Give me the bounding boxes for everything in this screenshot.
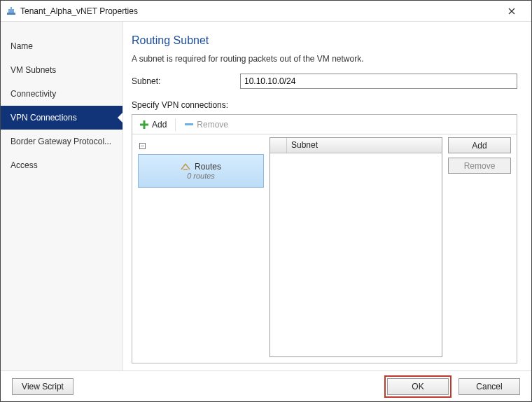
page-heading: Routing Subnet: [132, 34, 517, 47]
svg-rect-1: [8, 9, 14, 13]
ok-button[interactable]: OK: [387, 378, 449, 395]
specify-label: Specify VPN connections:: [132, 100, 517, 110]
panel-body: − Routes 0 routes S: [132, 134, 517, 363]
toolbar-remove-button[interactable]: Remove: [181, 118, 231, 131]
tree-item-routes[interactable]: Routes 0 routes: [138, 154, 264, 188]
plus-icon: [139, 120, 149, 130]
app-icon: [6, 6, 16, 16]
subnet-input[interactable]: [240, 74, 517, 89]
grid-buttons: Add Remove: [448, 137, 511, 357]
toolbar-separator: [175, 118, 176, 131]
svg-line-8: [181, 164, 186, 169]
sidebar-item-vm-subnets[interactable]: VM Subnets: [1, 58, 122, 82]
svg-rect-2: [10, 7, 12, 9]
routes-label: Routes: [195, 162, 221, 172]
connection-tree: − Routes 0 routes: [138, 137, 264, 357]
svg-rect-7: [185, 123, 193, 125]
minus-box-icon: −: [139, 143, 146, 149]
sidebar-item-access[interactable]: Access: [1, 153, 122, 177]
grid-header-spacer: [270, 138, 287, 153]
grid-remove-button[interactable]: Remove: [448, 158, 511, 174]
cancel-button[interactable]: Cancel: [458, 378, 520, 395]
sidebar-item-name[interactable]: Name: [1, 34, 122, 58]
sidebar-item-connectivity[interactable]: Connectivity: [1, 82, 122, 106]
toolbar-add-button[interactable]: Add: [136, 118, 169, 131]
svg-rect-0: [7, 13, 15, 15]
svg-line-9: [186, 164, 190, 169]
page-description: A subnet is required for routing packets…: [132, 54, 517, 64]
titlebar: Tenant_Alpha_vNET Properties: [1, 1, 531, 22]
toolbar-remove-label: Remove: [197, 120, 228, 130]
minus-icon: [184, 122, 194, 127]
vpn-connections-panel: Add Remove −: [132, 114, 517, 363]
view-script-button[interactable]: View Script: [12, 378, 74, 395]
routes-icon: [181, 163, 190, 170]
properties-dialog: Tenant_Alpha_vNET Properties Name VM Sub…: [0, 0, 532, 402]
subnet-grid[interactable]: Subnet: [270, 137, 442, 357]
svg-rect-6: [140, 123, 148, 125]
toolbar-add-label: Add: [152, 120, 167, 130]
ok-highlight: OK: [384, 375, 451, 398]
window-title: Tenant_Alpha_vNET Properties: [20, 6, 498, 16]
main-content: Routing Subnet A subnet is required for …: [123, 22, 531, 370]
sidebar-item-bgp[interactable]: Border Gateway Protocol...: [1, 130, 122, 153]
grid-add-button[interactable]: Add: [448, 137, 511, 153]
grid-header: Subnet: [270, 138, 442, 153]
dialog-footer: View Script OK Cancel: [1, 370, 531, 401]
close-button[interactable]: [498, 1, 526, 21]
panel-toolbar: Add Remove: [132, 115, 517, 134]
sidebar: Name VM Subnets Connectivity VPN Connect…: [1, 22, 123, 370]
sidebar-item-vpn-connections[interactable]: VPN Connections: [1, 106, 122, 130]
subnet-row: Subnet:: [132, 74, 517, 89]
dialog-body: Name VM Subnets Connectivity VPN Connect…: [1, 22, 531, 370]
tree-collapse-toggle[interactable]: −: [138, 137, 264, 153]
subnet-label: Subnet:: [132, 76, 240, 86]
grid-column-subnet[interactable]: Subnet: [287, 138, 442, 153]
close-icon: [508, 8, 515, 15]
routes-count: 0 routes: [187, 172, 215, 180]
